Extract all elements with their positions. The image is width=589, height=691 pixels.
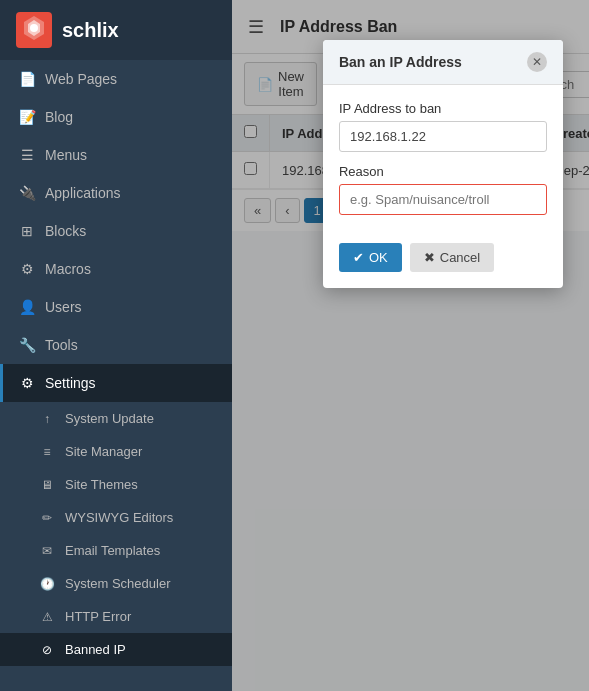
system-update-icon: ↑ xyxy=(39,412,55,426)
sidebar-item-menus[interactable]: ☰ Menus xyxy=(0,136,232,174)
sidebar-label-applications: Applications xyxy=(45,185,121,201)
ip-address-group: IP Address to ban xyxy=(339,101,547,152)
sidebar-item-tools[interactable]: 🔧 Tools xyxy=(0,326,232,364)
sidebar-sub-site-manager[interactable]: ≡ Site Manager xyxy=(0,435,232,468)
sidebar-label-system-scheduler: System Scheduler xyxy=(65,576,171,591)
sidebar-sub-http-error[interactable]: ⚠ HTTP Error xyxy=(0,600,232,633)
sidebar-sub-banned-ip[interactable]: ⊘ Banned IP xyxy=(0,633,232,666)
macros-icon: ⚙ xyxy=(19,261,35,277)
main-content: ☰ IP Address Ban 📄 New Item ↻ Refresh ⚙ … xyxy=(232,0,589,691)
sidebar-sub-email-templates[interactable]: ✉ Email Templates xyxy=(0,534,232,567)
site-themes-icon: 🖥 xyxy=(39,478,55,492)
tools-icon: 🔧 xyxy=(19,337,35,353)
sidebar-sub-system-update[interactable]: ↑ System Update xyxy=(0,402,232,435)
logo-icon xyxy=(16,12,52,48)
sidebar-item-applications[interactable]: 🔌 Applications xyxy=(0,174,232,212)
ok-icon: ✔ xyxy=(353,250,364,265)
sidebar-label-email-templates: Email Templates xyxy=(65,543,160,558)
cancel-label: Cancel xyxy=(440,250,480,265)
app-logo: schlix xyxy=(0,0,232,60)
sidebar-item-settings[interactable]: ⚙ Settings xyxy=(0,364,232,402)
sidebar-item-blog[interactable]: 📝 Blog xyxy=(0,98,232,136)
sidebar-sub-wysiwyg[interactable]: ✏ WYSIWYG Editors xyxy=(0,501,232,534)
sidebar-label-system-update: System Update xyxy=(65,411,154,426)
sidebar-label-wysiwyg: WYSIWYG Editors xyxy=(65,510,173,525)
ok-button[interactable]: ✔ OK xyxy=(339,243,402,272)
sidebar-label-web-pages: Web Pages xyxy=(45,71,117,87)
email-templates-icon: ✉ xyxy=(39,544,55,558)
modal-title: Ban an IP Address xyxy=(339,54,462,70)
system-scheduler-icon: 🕐 xyxy=(39,577,55,591)
blog-icon: 📝 xyxy=(19,109,35,125)
sidebar-sub-site-themes[interactable]: 🖥 Site Themes xyxy=(0,468,232,501)
sidebar-label-http-error: HTTP Error xyxy=(65,609,131,624)
users-icon: 👤 xyxy=(19,299,35,315)
sidebar-label-tools: Tools xyxy=(45,337,78,353)
applications-icon: 🔌 xyxy=(19,185,35,201)
banned-ip-icon: ⊘ xyxy=(39,643,55,657)
svg-point-3 xyxy=(30,24,38,32)
modal-body: IP Address to ban Reason xyxy=(323,85,563,243)
sidebar-label-site-themes: Site Themes xyxy=(65,477,138,492)
blocks-icon: ⊞ xyxy=(19,223,35,239)
modal-header: Ban an IP Address ✕ xyxy=(323,40,563,85)
sidebar-item-blocks[interactable]: ⊞ Blocks xyxy=(0,212,232,250)
sidebar-label-settings: Settings xyxy=(45,375,96,391)
settings-icon: ⚙ xyxy=(19,375,35,391)
sidebar-item-web-pages[interactable]: 📄 Web Pages xyxy=(0,60,232,98)
sidebar-label-blog: Blog xyxy=(45,109,73,125)
sidebar-label-blocks: Blocks xyxy=(45,223,86,239)
modal-footer: ✔ OK ✖ Cancel xyxy=(323,243,563,288)
app-name: schlix xyxy=(62,19,119,42)
ban-ip-modal: Ban an IP Address ✕ IP Address to ban Re… xyxy=(323,40,563,288)
sidebar-sub-system-scheduler[interactable]: 🕐 System Scheduler xyxy=(0,567,232,600)
sidebar-label-banned-ip: Banned IP xyxy=(65,642,126,657)
menus-icon: ☰ xyxy=(19,147,35,163)
cancel-button[interactable]: ✖ Cancel xyxy=(410,243,494,272)
web-pages-icon: 📄 xyxy=(19,71,35,87)
sidebar-label-macros: Macros xyxy=(45,261,91,277)
ip-address-input[interactable] xyxy=(339,121,547,152)
sidebar-item-macros[interactable]: ⚙ Macros xyxy=(0,250,232,288)
ok-label: OK xyxy=(369,250,388,265)
reason-input[interactable] xyxy=(339,184,547,215)
ip-label: IP Address to ban xyxy=(339,101,547,116)
sidebar-label-menus: Menus xyxy=(45,147,87,163)
modal-close-button[interactable]: ✕ xyxy=(527,52,547,72)
wysiwyg-icon: ✏ xyxy=(39,511,55,525)
sidebar: schlix 📄 Web Pages 📝 Blog ☰ Menus 🔌 Appl… xyxy=(0,0,232,691)
sidebar-label-site-manager: Site Manager xyxy=(65,444,142,459)
reason-label: Reason xyxy=(339,164,547,179)
reason-group: Reason xyxy=(339,164,547,215)
modal-overlay: Ban an IP Address ✕ IP Address to ban Re… xyxy=(232,0,589,691)
cancel-icon: ✖ xyxy=(424,250,435,265)
sidebar-label-users: Users xyxy=(45,299,82,315)
http-error-icon: ⚠ xyxy=(39,610,55,624)
sidebar-item-users[interactable]: 👤 Users xyxy=(0,288,232,326)
site-manager-icon: ≡ xyxy=(39,445,55,459)
